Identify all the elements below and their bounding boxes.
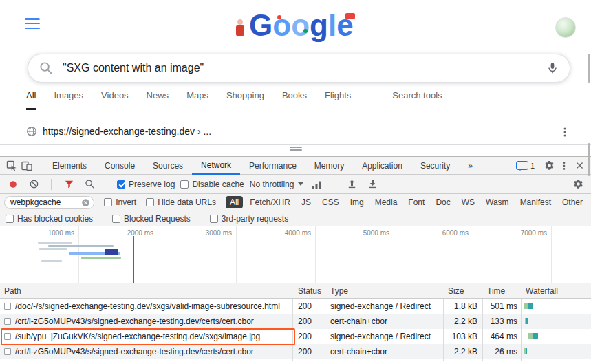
doodle-graphic: Google [234, 3, 358, 46]
filter-pill-wasm[interactable]: Wasm [482, 196, 513, 208]
search-network-icon[interactable] [82, 178, 97, 191]
search-tools-button[interactable]: Search tools [392, 90, 442, 108]
header-type[interactable]: Type [330, 283, 348, 299]
export-har-icon[interactable] [365, 178, 380, 191]
disable-cache-checkbox[interactable]: Disable cache [180, 180, 244, 189]
network-filter-input[interactable]: webpkgcache [4, 196, 94, 209]
scrollbar-thumb[interactable] [588, 54, 590, 83]
search-result[interactable]: https://signed-exchange-testing.dev › ..… [26, 126, 211, 137]
toolbar-separator [39, 160, 39, 171]
network-settings-gear-icon[interactable] [570, 178, 585, 191]
header-time[interactable]: Time [487, 283, 505, 299]
inspect-element-icon[interactable] [4, 159, 19, 173]
row-checkbox[interactable] [4, 333, 11, 340]
network-request-row[interactable]: /doc/-/s/signed-exchange-testing.dev/sxg… [0, 299, 591, 314]
hide-data-urls-checkbox[interactable]: Hide data URLs [146, 197, 216, 207]
tab-sources[interactable]: Sources [144, 157, 192, 175]
third-party-requests-checkbox[interactable]: 3rd-party requests [210, 214, 288, 224]
network-request-row[interactable]: /crt/l-zG5oMUPv43/s/signed-exchange-test… [0, 344, 591, 359]
search-box[interactable]: "SXG content with an image" [28, 54, 570, 83]
tab-memory[interactable]: Memory [305, 157, 353, 175]
request-path[interactable]: /sub/ypu_jZuGukVK/s/signed-exchange-test… [15, 329, 288, 344]
tab-flights[interactable]: Flights [325, 90, 351, 108]
network-request-row[interactable]: /crt/l-zG5oMUPv43/s/signed-exchange-test… [0, 314, 591, 329]
filter-pill-img[interactable]: Img [346, 196, 368, 208]
request-waterfall [522, 299, 591, 314]
request-type: cert-chain+cbor [330, 314, 440, 329]
network-overview-timeline[interactable]: 1000 ms 2000 ms 3000 ms 4000 ms 5000 ms … [0, 226, 591, 283]
more-tabs-icon[interactable]: » [459, 157, 482, 175]
network-conditions-icon[interactable] [309, 178, 324, 191]
header-size[interactable]: Size [448, 283, 464, 299]
overview-cursor [133, 236, 134, 283]
splitter-handle[interactable] [290, 147, 302, 151]
request-status: 200 [298, 299, 323, 314]
filter-pill-fetch-xhr[interactable]: Fetch/XHR [246, 196, 294, 208]
tab-application[interactable]: Application [353, 157, 411, 175]
header-path[interactable]: Path [4, 283, 21, 299]
clear-filter-icon[interactable] [81, 198, 90, 207]
throttling-dropdown[interactable]: No throttling [250, 180, 304, 189]
close-devtools-icon[interactable] [572, 159, 587, 173]
filter-pill-ws[interactable]: WS [458, 196, 479, 208]
blocked-cookies-checkbox[interactable]: Has blocked cookies [6, 214, 93, 224]
network-toolbar: Preserve log Disable cache No throttling [0, 175, 591, 194]
filter-pill-font[interactable]: Font [404, 196, 429, 208]
checkbox-unchecked [104, 198, 112, 206]
clear-network-log-icon[interactable] [26, 178, 41, 191]
filter-pill-media[interactable]: Media [371, 196, 402, 208]
tab-shopping[interactable]: Shopping [226, 90, 264, 108]
request-time: 26 ms [483, 344, 517, 359]
result-breadcrumb[interactable]: https://signed-exchange-testing.dev › ..… [43, 126, 211, 137]
request-path[interactable]: /doc/-/s/signed-exchange-testing.dev/sxg… [15, 299, 288, 314]
blocked-requests-checkbox[interactable]: Blocked Requests [112, 214, 191, 224]
tab-performance[interactable]: Performance [240, 157, 305, 175]
filter-pill-doc[interactable]: Doc [431, 196, 454, 208]
microphone-icon[interactable] [546, 62, 559, 74]
row-checkbox[interactable] [4, 303, 11, 310]
filter-pill-manifest[interactable]: Manifest [516, 196, 555, 208]
filter-funnel-icon[interactable] [61, 178, 76, 191]
row-checkbox[interactable] [4, 318, 11, 325]
filter-pill-all[interactable]: All [226, 196, 243, 208]
console-messages-badge[interactable]: 1 [516, 161, 535, 170]
request-path[interactable]: /crt/l-zG5oMUPv43/s/signed-exchange-test… [15, 344, 288, 359]
request-type: signed-exchange / Redirect [330, 299, 440, 314]
tab-videos[interactable]: Videos [101, 90, 129, 108]
tab-console[interactable]: Console [96, 157, 144, 175]
device-toolbar-icon[interactable] [19, 159, 34, 173]
row-checkbox[interactable] [4, 348, 11, 355]
profile-avatar[interactable] [555, 17, 576, 38]
tab-elements[interactable]: Elements [43, 157, 96, 175]
menu-icon[interactable] [25, 18, 40, 29]
filter-pill-css[interactable]: CSS [318, 196, 343, 208]
filter-pill-js[interactable]: JS [297, 196, 315, 208]
tab-news[interactable]: News [147, 90, 169, 108]
devtools-menu-icon[interactable] [557, 159, 572, 173]
tick-label: 4000 ms [272, 229, 311, 237]
devtools-settings-gear-icon[interactable] [541, 159, 557, 173]
network-requests-table: Path Status Type Size Time Waterfall /do… [0, 283, 591, 361]
tab-security[interactable]: Security [411, 157, 459, 175]
request-size: 2.2 kB [444, 344, 477, 359]
google-doodle-logo[interactable]: Google [234, 3, 358, 46]
result-menu-icon[interactable] [559, 127, 570, 138]
filter-pill-other[interactable]: Other [558, 196, 587, 208]
scrollbar-thumb[interactable] [588, 143, 590, 176]
search-query[interactable]: "SXG content with an image" [63, 62, 546, 74]
tab-maps[interactable]: Maps [186, 90, 208, 108]
blocked-requests-label: Blocked Requests [124, 214, 191, 224]
network-request-row-highlighted[interactable]: /sub/ypu_jZuGukVK/s/signed-exchange-test… [0, 329, 591, 344]
filter-text: webpkgcache [10, 197, 61, 207]
import-har-icon[interactable] [344, 178, 359, 191]
tab-all[interactable]: All [26, 90, 36, 110]
tab-books[interactable]: Books [282, 90, 307, 108]
tab-images[interactable]: Images [54, 90, 83, 108]
invert-checkbox[interactable]: Invert [104, 197, 136, 207]
request-path[interactable]: /crt/l-zG5oMUPv43/s/signed-exchange-test… [15, 314, 288, 329]
tab-network[interactable]: Network [192, 157, 240, 175]
header-waterfall[interactable]: Waterfall [526, 283, 558, 299]
header-status[interactable]: Status [298, 283, 321, 299]
preserve-log-checkbox[interactable]: Preserve log [117, 180, 175, 189]
record-network-log-icon[interactable] [6, 178, 21, 191]
